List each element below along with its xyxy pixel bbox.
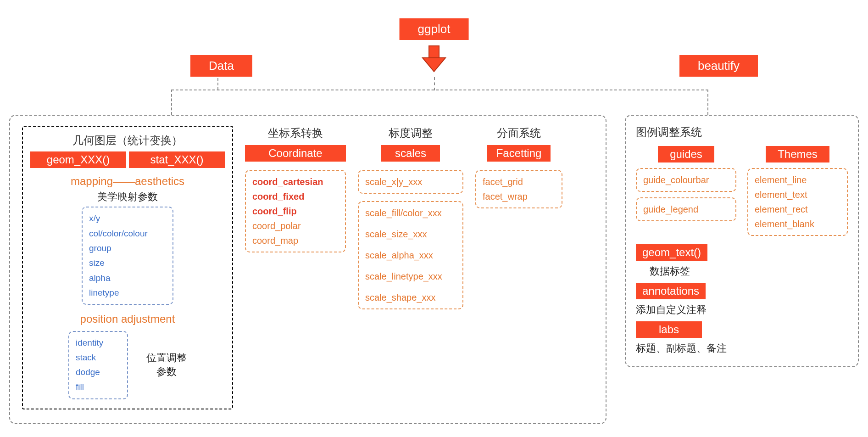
data-box: Data — [190, 55, 252, 77]
scales-item: scale_alpha_xxx — [365, 248, 456, 263]
aes-box: x/y col/color/colour group size alpha li… — [82, 207, 173, 305]
guides-box-2: guide_legend — [636, 197, 736, 221]
facet-box: facet_grid facet_wrap — [475, 170, 562, 208]
mapping-sub: 美学映射参数 — [30, 190, 225, 204]
coord-item: coord_cartesian — [252, 174, 339, 189]
coord-item: coord_flip — [252, 204, 339, 218]
labs-btn: labs — [636, 321, 702, 338]
geom-text-btn: geom_text() — [636, 244, 707, 261]
aes-item: x/y — [89, 211, 166, 226]
guides-box-1: guide_colourbar — [636, 168, 736, 192]
coord-item: coord_polar — [252, 218, 339, 233]
aes-item: linetype — [89, 286, 166, 300]
connector-horizontal — [171, 90, 708, 90]
themes-box: element_line element_text element_rect e… — [747, 168, 848, 236]
position-sub2: 参数 — [146, 365, 187, 379]
svg-marker-1 — [423, 58, 445, 72]
scales-item: scale_shape_xxx — [365, 290, 456, 305]
left-panel: 几何图层（统计变换） geom_XXX() stat_XXX() mapping… — [9, 115, 606, 424]
arrow-down-icon — [418, 45, 450, 79]
facet-header: 分面系统 — [475, 126, 562, 140]
scales-btn: scales — [381, 145, 440, 162]
facet-item: facet_grid — [483, 174, 555, 189]
scales-item: scale_size_xxx — [365, 227, 456, 241]
coord-item: coord_map — [252, 233, 339, 248]
stat-xxx-btn: stat_XXX() — [129, 151, 225, 168]
labs-desc: 标题、副标题、备注 — [636, 342, 848, 355]
position-item: identity — [76, 336, 121, 350]
scales-item: scale_x|y_xxx — [365, 174, 456, 189]
connector-data-v — [217, 78, 218, 90]
coord-box: coord_cartesian coord_fixed coord_flip c… — [245, 170, 346, 252]
themes-item: element_text — [755, 187, 840, 202]
aes-item: col/color/colour — [89, 226, 166, 241]
geom-header: 几何图层（统计变换） — [30, 133, 225, 148]
themes-item: element_blank — [755, 217, 840, 231]
geom-text-desc: 数据标签 — [650, 264, 848, 278]
position-item: fill — [76, 380, 121, 394]
aes-item: alpha — [89, 271, 166, 286]
coord-column: 坐标系转换 Coordinate coord_cartesian coord_f… — [245, 126, 346, 252]
facetting-btn: Facetting — [487, 145, 551, 162]
aes-item: size — [89, 256, 166, 270]
coord-header: 坐标系转换 — [245, 126, 346, 140]
beautify-header: 图例调整系统 — [636, 125, 848, 140]
coord-item: coord_fixed — [252, 189, 339, 204]
position-box: identity stack dodge fill — [68, 331, 128, 399]
scales-item: scale_linetype_xxx — [365, 269, 456, 284]
themes-btn: Themes — [766, 146, 829, 162]
scales-box-1: scale_x|y_xxx — [358, 170, 463, 194]
guides-btn: guides — [658, 146, 714, 162]
connector-left-v — [171, 90, 172, 115]
scales-column: 标度调整 scales scale_x|y_xxx scale_fill/col… — [358, 126, 463, 309]
beautify-panel: 图例调整系统 guides guide_colourbar guide_lege… — [625, 115, 859, 367]
position-sub1: 位置调整 — [146, 351, 187, 365]
facet-item: facet_wrap — [483, 189, 555, 204]
annotations-desc: 添加自定义注释 — [636, 303, 848, 317]
themes-item: element_line — [755, 173, 840, 187]
mapping-title: mapping——aesthetics — [30, 173, 225, 190]
scales-header: 标度调整 — [358, 126, 463, 140]
beautify-box: beautify — [679, 55, 758, 77]
annotations-btn: annotations — [636, 283, 706, 299]
guides-item: guide_colourbar — [643, 173, 729, 187]
scales-item: scale_fill/color_xxx — [365, 206, 456, 220]
main-layout: 几何图层（统计变换） geom_XXX() stat_XXX() mapping… — [9, 115, 859, 424]
position-title: position adjustment — [30, 310, 225, 328]
top-row: ggplot Data beautify — [9, 9, 859, 92]
position-item: dodge — [76, 365, 121, 380]
svg-rect-0 — [429, 46, 439, 58]
connector-right-v — [707, 90, 708, 115]
scales-box-2: scale_fill/color_xxx scale_size_xxx scal… — [358, 201, 463, 309]
facet-column: 分面系统 Facetting facet_grid facet_wrap — [475, 126, 562, 208]
coordinate-btn: Coordinate — [245, 145, 346, 162]
aes-item: group — [89, 241, 166, 256]
guides-item: guide_legend — [643, 202, 729, 217]
position-sub: 位置调整 参数 — [146, 351, 187, 379]
position-item: stack — [76, 350, 121, 365]
themes-col: Themes element_line element_text element… — [747, 146, 848, 236]
connector-center-v — [434, 77, 435, 90]
themes-item: element_rect — [755, 202, 840, 217]
ggplot-box: ggplot — [400, 18, 469, 40]
geom-xxx-btn: geom_XXX() — [30, 151, 126, 168]
geom-column: 几何图层（统计变换） geom_XXX() stat_XXX() mapping… — [22, 126, 233, 409]
guides-col: guides guide_colourbar guide_legend — [636, 146, 736, 221]
